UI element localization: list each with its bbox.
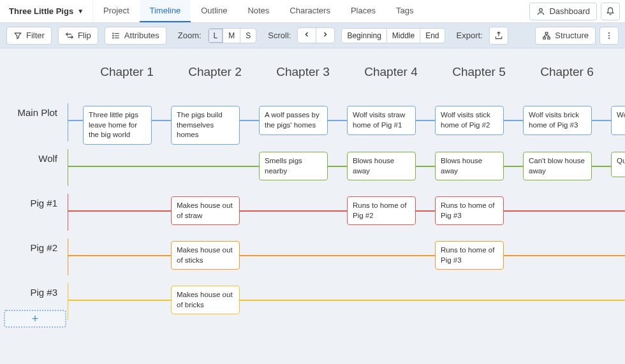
export-button[interactable] [489,27,508,45]
top-bar: Three Little Pigs ▼ Project Timeline Out… [0,0,625,23]
lane-wolf: WolfSmells pigs nearbyBlows house awayBl… [0,149,625,194]
topbar-right: Dashboard [529,0,625,22]
scene-card[interactable]: Three little pigs leave home for the big… [83,106,152,145]
notifications-button[interactable] [601,3,620,20]
flip-label: Flip [78,31,91,40]
nav-tabs: Project Timeline Outline Notes Character… [93,0,423,22]
scene-card[interactable]: Runs to home of Pig #3 [435,241,504,270]
lane-track: Makes house out of bricks [68,283,625,328]
scene-card[interactable]: Blows house away [347,152,416,180]
chapter-header[interactable]: Chapter 5 [435,65,523,103]
scroll-end[interactable]: End [420,29,444,43]
lane-label[interactable]: Pig #2 [30,242,57,253]
svg-point-10 [608,32,610,33]
scene-card[interactable]: A wolf passes by the pigs' homes [259,106,328,135]
more-button[interactable] [599,27,619,45]
chevron-left-icon [303,31,311,38]
chapter-header[interactable]: Chapter 6 [523,65,611,103]
tab-places[interactable]: Places [341,0,386,22]
structure-button[interactable]: Structure [535,27,596,45]
chapter-headers: Chapter 1 Chapter 2 Chapter 3 Chapter 4 … [83,65,625,103]
lane-label[interactable]: Wolf [38,153,57,164]
tab-notes[interactable]: Notes [237,0,279,22]
chapter-header[interactable]: Chapter 3 [259,65,347,103]
scene-card[interactable]: Makes house out of sticks [171,241,240,270]
filter-button[interactable]: Filter [6,27,52,45]
scroll-left[interactable] [298,28,316,43]
svg-point-4 [113,33,114,33]
scene-card[interactable]: Makes house out of straw [171,196,240,225]
chapter-header[interactable]: Chapter 1 [83,65,171,103]
zoom-label: Zoom: [178,31,202,40]
scene-card[interactable]: Makes house out of bricks [171,286,240,314]
lane-label[interactable]: Pig #3 [30,287,57,298]
toolbar: Filter Flip Attributes Zoom: L M S Scrol… [0,23,625,48]
project-dropdown[interactable]: Three Little Pigs ▼ [0,0,93,22]
tab-characters[interactable]: Characters [279,0,341,22]
scene-card[interactable]: Runs to home of Pig #3 [435,196,504,225]
export-label: Export: [457,31,483,40]
lane-label[interactable]: Main Plot [17,107,57,118]
chapter-header[interactable]: Chapter 4 [347,65,435,103]
scene-card[interactable]: Qu an [611,152,625,177]
kebab-icon [605,31,614,40]
structure-label: Structure [555,31,589,40]
lane-track: Smells pigs nearbyBlows house awayBlows … [68,149,625,194]
lane-track: Three little pigs leave home for the big… [68,103,625,149]
user-icon [536,7,545,16]
timeline-canvas: Chapter 1 Chapter 2 Chapter 3 Chapter 4 … [0,48,625,328]
scene-card[interactable]: The pigs build themselves homes [171,106,240,145]
chapter-header[interactable]: Chapter 2 [171,65,259,103]
dashboard-label: Dashboard [549,6,590,16]
scene-card[interactable]: Wolf visits straw home of Pig #1 [347,106,416,135]
chevron-down-icon: ▼ [77,8,84,15]
lane-track: Makes house out of sticksRuns to home of… [68,238,625,283]
chapter-header[interactable]: C [611,65,625,103]
svg-rect-8 [543,37,546,39]
scroll-right[interactable] [316,28,334,43]
zoom-s[interactable]: S [240,29,256,43]
lane-pig3: Pig #3Makes house out of bricks [0,283,625,328]
structure-icon [542,31,551,40]
svg-point-12 [608,38,610,39]
svg-rect-7 [546,32,548,34]
scroll-label: Scroll: [268,31,291,40]
tab-timeline[interactable]: Timeline [140,0,191,22]
dashboard-button[interactable]: Dashboard [529,3,597,20]
scene-card[interactable]: Runs to home of Pig #2 [347,196,416,225]
svg-point-11 [608,34,610,36]
chevron-right-icon [321,31,329,38]
scene-card[interactable]: Smells pigs nearby [259,152,328,180]
lane-track: Makes house out of strawRuns to home of … [68,194,625,238]
lane-label[interactable]: Pig #1 [30,198,57,208]
export-icon [494,31,503,40]
scene-card[interactable]: Blows house away [435,152,504,180]
attributes-label: Attributes [124,31,159,40]
scroll-beginning[interactable]: Beginning [342,29,386,43]
zoom-m[interactable]: M [223,29,240,43]
add-lane-button[interactable]: + [4,310,66,328]
attributes-button[interactable]: Attributes [105,27,166,45]
list-icon [112,31,121,40]
project-name: Three Little Pigs [9,6,73,16]
scene-card[interactable]: Wolf visits stick home of Pig #2 [435,106,504,135]
tab-outline[interactable]: Outline [191,0,237,22]
svg-rect-9 [548,37,550,39]
flip-icon [65,31,74,40]
timeline-viewport[interactable]: Chapter 1 Chapter 2 Chapter 3 Chapter 4 … [0,48,625,364]
scene-card[interactable]: Wolf visits brick home of Pig #3 [523,106,592,135]
zoom-l[interactable]: L [209,29,224,43]
svg-point-5 [113,35,114,36]
flip-button[interactable]: Flip [58,27,98,45]
tab-tags[interactable]: Tags [386,0,423,22]
lane-mainplot: Main PlotThree little pigs leave home fo… [0,103,625,149]
scroll-middle[interactable]: Middle [387,29,420,43]
scene-card[interactable]: Can't blow house away [523,152,592,180]
scroll-segment: Beginning Middle End [341,28,445,43]
filter-icon [13,31,22,40]
zoom-segment: L M S [208,28,257,43]
svg-point-6 [113,37,114,38]
scroll-arrows [297,27,335,43]
tab-project[interactable]: Project [93,0,139,22]
scene-card[interactable]: Wo to [611,106,625,135]
